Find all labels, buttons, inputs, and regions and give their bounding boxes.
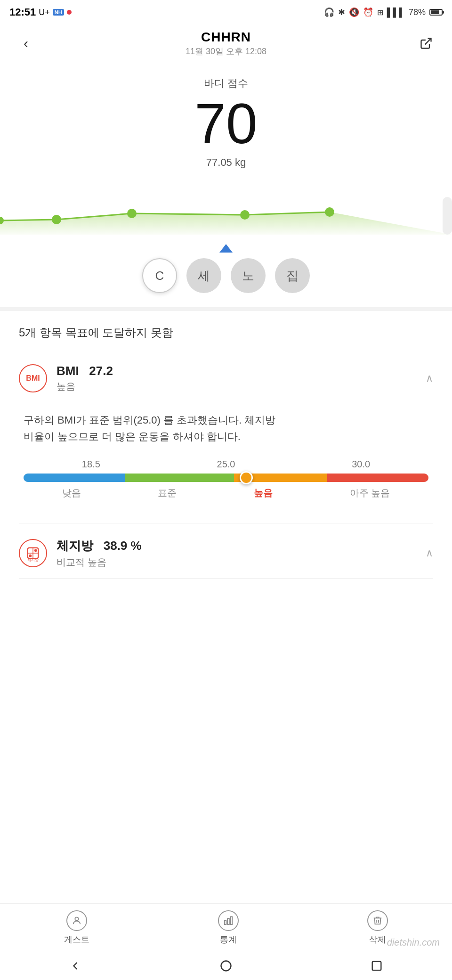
mute-icon: 🔇	[349, 7, 359, 17]
fat-status: 비교적 높음	[56, 556, 426, 569]
bmi-label-high: 높음	[254, 487, 273, 499]
bmi-metric-header[interactable]: BMI BMI 27.2 높음 ∧	[19, 354, 433, 402]
bmi-label-low: 낮음	[62, 487, 81, 499]
time-display: 12:51	[9, 6, 36, 18]
guest-icon	[66, 910, 87, 931]
page-subtitle: 11월 30일 오후 12:08	[38, 46, 414, 57]
carousel-arrow-icon	[219, 244, 233, 253]
share-button[interactable]	[414, 32, 438, 55]
home-button[interactable]	[217, 956, 235, 975]
chart-scrollbar	[443, 197, 452, 235]
score-value: 70	[0, 95, 452, 152]
screen-icon: ⊞	[377, 8, 383, 17]
battery-label: 78%	[409, 8, 426, 17]
recents-button[interactable]	[367, 956, 386, 975]
bmi-description: 구하의 BMI가 표준 범위(25.0) 를 초과했습니다. 체지방비율이 높으…	[19, 412, 433, 445]
page-title: CHHRN	[38, 30, 414, 45]
svg-text:체지방: 체지방	[27, 558, 39, 562]
score-label: 바디 점수	[0, 76, 452, 90]
svg-rect-10	[231, 917, 233, 925]
svg-point-7	[75, 917, 79, 921]
fat-metric-item: 체지방 체지방 38.9 % 비교적 높음 ∧	[19, 528, 433, 579]
svg-point-5	[34, 549, 37, 552]
nav-item-stats[interactable]: 통계	[218, 910, 239, 945]
alarm-icon: ⏰	[363, 7, 373, 17]
stats-icon	[218, 910, 239, 931]
svg-rect-9	[227, 918, 229, 924]
back-system-button[interactable]	[66, 956, 85, 975]
carousel-dots: C 세 노 집	[142, 258, 310, 293]
section-divider	[0, 307, 452, 311]
header: ‹ CHHRN 11월 30일 오후 12:08	[0, 24, 452, 62]
weight-chart	[0, 178, 452, 235]
bmi-scale-top-labels: 18.5 25.0 30.0	[24, 459, 428, 470]
carousel-item-no[interactable]: 노	[231, 258, 266, 293]
bmi-scale-label-300: 30.0	[352, 459, 370, 470]
carrier-dot-icon	[67, 10, 72, 15]
bmi-indicator	[240, 471, 253, 484]
carousel-item-se[interactable]: 세	[186, 258, 221, 293]
bmi-icon: BMI	[19, 364, 47, 392]
carousel-item-jip[interactable]: 집	[275, 258, 310, 293]
bmi-scale: 18.5 25.0 30.0 낮음 표준 높음 아주 높음	[24, 459, 428, 499]
bmi-bar-wrap	[24, 474, 428, 482]
bmi-bar-gradient	[24, 474, 428, 482]
back-button[interactable]: ‹	[14, 32, 38, 55]
svg-point-11	[221, 961, 231, 971]
score-weight: 77.05 kg	[0, 156, 452, 169]
chart-area	[0, 178, 452, 235]
chart-dot	[52, 215, 61, 224]
bluetooth-icon: ✱	[338, 7, 345, 17]
header-title-wrap: CHHRN 11월 30일 오후 12:08	[38, 30, 414, 57]
svg-rect-12	[372, 962, 381, 971]
bmi-label-normal: 표준	[158, 487, 177, 499]
signal-icon: ▌▌▌	[387, 8, 405, 17]
bmi-scale-bottom-labels: 낮음 표준 높음 아주 높음	[24, 487, 428, 499]
system-nav	[0, 952, 452, 980]
bmi-info: BMI 27.2 높음	[56, 364, 426, 393]
delete-icon	[367, 910, 388, 931]
status-bar-right: 🎧 ✱ 🔇 ⏰ ⊞ ▌▌▌ 78%	[324, 7, 443, 17]
bmi-name: BMI 27.2	[56, 364, 426, 378]
svg-point-4	[29, 555, 32, 557]
bmi-icon-label: BMI	[26, 374, 40, 383]
carrier-label: U+	[39, 8, 50, 17]
fat-info: 체지방 38.9 % 비교적 높음	[56, 538, 426, 569]
battery-icon	[429, 9, 443, 16]
carousel-section: C 세 노 집	[0, 235, 452, 307]
chart-dot	[325, 207, 334, 217]
nav-item-guest[interactable]: 게스트	[64, 910, 89, 945]
carousel-item-c[interactable]: C	[142, 258, 177, 293]
status-bar: 12:51 U+ NH 🎧 ✱ 🔇 ⏰ ⊞ ▌▌▌ 78%	[0, 0, 452, 24]
score-section: 바디 점수 70 77.05 kg	[0, 62, 452, 169]
watermark: dietshin.com	[379, 934, 447, 951]
fat-name: 체지방 38.9 %	[56, 538, 426, 554]
headphone-icon: 🎧	[324, 7, 334, 17]
fat-icon-svg: 체지방	[24, 544, 42, 562]
nh-badge: NH	[53, 9, 64, 16]
fat-chevron-icon[interactable]: ∧	[426, 547, 433, 559]
svg-rect-8	[225, 921, 226, 924]
goals-title: 5개 항목 목표에 도달하지 못함	[19, 325, 433, 340]
status-bar-left: 12:51 U+ NH	[9, 6, 72, 18]
chart-dot	[240, 210, 250, 220]
watermark-text: dietshin.com	[387, 937, 440, 947]
bmi-label-very-high: 아주 높음	[350, 487, 390, 499]
bmi-status: 높음	[56, 380, 426, 393]
guest-label: 게스트	[64, 934, 89, 945]
fat-metric-header[interactable]: 체지방 체지방 38.9 % 비교적 높음 ∧	[19, 528, 433, 578]
bmi-scale-label-250: 25.0	[217, 459, 235, 470]
goals-section: 5개 항목 목표에 도달하지 못함 BMI BMI 27.2 높음 ∧ 구하의 …	[0, 311, 452, 597]
fat-icon: 체지방	[19, 539, 47, 567]
bmi-chevron-icon[interactable]: ∧	[426, 372, 433, 384]
bmi-scale-label-185: 18.5	[82, 459, 100, 470]
svg-line-0	[425, 38, 431, 44]
chart-dot	[127, 209, 137, 218]
bmi-detail: 구하의 BMI가 표준 범위(25.0) 를 초과했습니다. 체지방비율이 높으…	[19, 402, 433, 523]
chart-area-fill	[0, 212, 452, 235]
bmi-metric-item: BMI BMI 27.2 높음 ∧ 구하의 BMI가 표준 범위(25.0) 를…	[19, 354, 433, 523]
stats-label: 통계	[220, 934, 237, 945]
